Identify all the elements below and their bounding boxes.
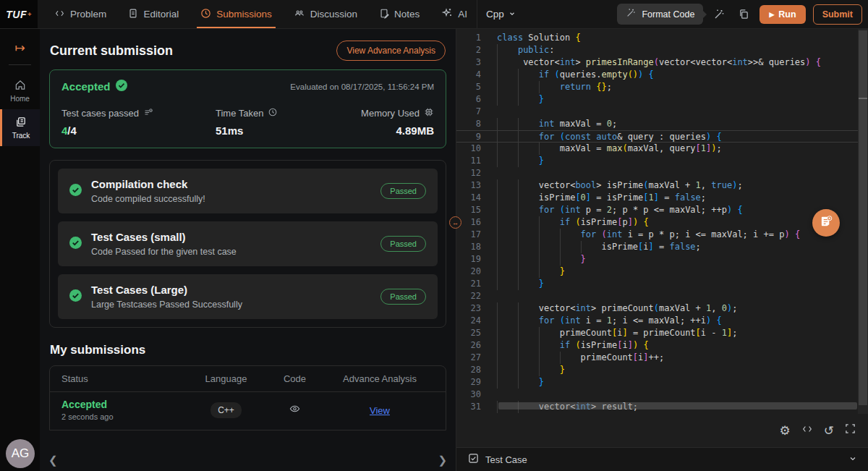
- copy-code-button[interactable]: [735, 6, 752, 23]
- editor-toolbar: ⚙ ↺: [456, 414, 868, 447]
- user-avatar[interactable]: AG: [6, 439, 35, 468]
- code-line[interactable]: 23 vector<int> primeCount(maxVal + 1, 0)…: [456, 302, 859, 315]
- sidebar-item-home[interactable]: Home: [0, 72, 40, 109]
- line-number: 4: [456, 69, 481, 81]
- horizontal-scrollbar[interactable]: [498, 402, 857, 410]
- view-advance-analysis-button[interactable]: View Advance Analysis: [336, 41, 446, 61]
- code-line[interactable]: 30: [456, 389, 859, 401]
- code-line[interactable]: 7: [456, 106, 859, 118]
- pager-next-button[interactable]: ❯: [435, 454, 450, 467]
- code-line[interactable]: 25 primeCount[i] = primeCount[i - 1];: [456, 327, 859, 339]
- editor-language-button[interactable]: [801, 423, 813, 438]
- code-line[interactable]: 26 if (isPrime[i]) {: [456, 339, 859, 352]
- code-line[interactable]: 1class Solution {: [456, 32, 859, 44]
- code-line[interactable]: 20 }: [456, 266, 859, 278]
- collapse-sidebar-button[interactable]: ↦: [0, 29, 40, 64]
- code-line[interactable]: 18 isPrime[i] = false;: [456, 241, 859, 253]
- line-content: vector<int> primeCount(maxVal + 1, 0);: [481, 302, 737, 315]
- row-status: Accepted: [61, 399, 188, 410]
- reset-code-button[interactable]: ↺: [824, 423, 834, 438]
- code-line[interactable]: 5 return {};: [456, 81, 859, 93]
- language-dropdown[interactable]: Cpp: [486, 9, 516, 20]
- code-line[interactable]: 2 public:: [456, 44, 859, 56]
- maps-to-icon: ↦: [14, 41, 25, 56]
- sparkle-icon: [441, 7, 453, 21]
- notes-fab-button[interactable]: [812, 209, 840, 237]
- pager-prev-button[interactable]: ❮: [46, 454, 61, 467]
- line-content: for (int p = 2; p * p <= maxVal; ++p) {: [481, 204, 743, 216]
- editor-settings-button[interactable]: ⚙: [780, 423, 791, 438]
- line-number: 26: [456, 339, 481, 352]
- line-number: 15: [456, 204, 481, 216]
- code-line[interactable]: 19 }: [456, 253, 859, 266]
- memory-icon: [424, 107, 434, 119]
- line-number: 3: [456, 56, 481, 69]
- code-line[interactable]: 4 if (queries.empty()) {: [456, 69, 859, 81]
- run-button[interactable]: ▶ Run: [760, 5, 805, 24]
- code-line[interactable]: 8 int maxVal = 0;: [456, 118, 859, 130]
- code-line[interactable]: 17 for (int i = p * p; i <= maxVal; i +=…: [456, 229, 859, 241]
- vertical-scrollbar[interactable]: [858, 29, 868, 414]
- submit-button[interactable]: Submit: [813, 4, 862, 25]
- code-line[interactable]: 10 maxVal = max(maxVal, query[1]);: [456, 143, 859, 155]
- line-number: 6: [456, 93, 481, 106]
- tab-submissions[interactable]: Submissions: [191, 0, 281, 28]
- check-card: Test Cases (Large)Large Testcases Passed…: [58, 274, 438, 319]
- code-line[interactable]: 13 vector<bool> isPrime(maxVal + 1, true…: [456, 179, 859, 192]
- tab-editorial[interactable]: Editorial: [119, 0, 188, 28]
- stat-value: 51ms: [216, 124, 243, 137]
- sidebar-item-track[interactable]: Track: [0, 109, 40, 146]
- code-line[interactable]: 24 for (int i = 1; i <= maxVal; ++i) {: [456, 315, 859, 327]
- submission-panel: Current submission View Advance Analysis…: [40, 29, 456, 471]
- tuf-logo[interactable]: TUF+: [0, 0, 38, 28]
- panel-resize-handle[interactable]: ↔: [449, 216, 461, 229]
- tab-notes[interactable]: Notes: [370, 0, 429, 28]
- code-line[interactable]: 29 }: [456, 376, 859, 389]
- code-line[interactable]: 28 }: [456, 364, 859, 376]
- code-line[interactable]: 21 }: [456, 278, 859, 290]
- code-line[interactable]: 11 }: [456, 155, 859, 167]
- format-wand-button[interactable]: [710, 6, 728, 23]
- view-analysis-link[interactable]: View: [370, 405, 390, 416]
- fullscreen-icon: [845, 423, 856, 438]
- check-description: Code compiled successfully!: [91, 194, 380, 204]
- code-line[interactable]: 27 primeCount[i]++;: [456, 352, 859, 364]
- language-badge: C++: [210, 402, 242, 418]
- chevron-down-icon[interactable]: [848, 453, 857, 466]
- tab-problem[interactable]: Problem: [45, 0, 116, 28]
- timer-icon: [268, 107, 278, 119]
- line-content: primeCount[i]++;: [481, 352, 664, 364]
- code-line[interactable]: 14 isPrime[0] = isPrime[1] = false;: [456, 192, 859, 204]
- code-line[interactable]: 6 }: [456, 93, 859, 106]
- code-area[interactable]: 1class Solution {2 public:3 vector<int> …: [456, 29, 859, 414]
- code-line[interactable]: 9 for (const auto& query : queries) {: [456, 130, 859, 143]
- table-row: Accepted2 seconds agoC++View: [50, 392, 446, 430]
- eye-icon[interactable]: [289, 404, 301, 416]
- code-line[interactable]: 12: [456, 167, 859, 179]
- check-card: Test Cases (small)Code Passed for the gi…: [58, 221, 438, 266]
- check-title: Compilation check: [91, 178, 380, 190]
- test-case-bar[interactable]: Test Case: [456, 447, 868, 471]
- code-line[interactable]: 3 vector<int> primesInRange(vector<vecto…: [456, 56, 859, 69]
- tab-ai[interactable]: AI: [432, 0, 477, 28]
- line-content: }: [481, 266, 565, 278]
- stat-testcases: Test cases passed4/4: [61, 106, 171, 137]
- line-number: 17: [456, 229, 481, 241]
- fullscreen-button[interactable]: [845, 423, 856, 438]
- line-content: if (isPrime[i]) {: [481, 339, 649, 352]
- line-number: 21: [456, 278, 481, 290]
- tab-discussion[interactable]: Discussion: [284, 0, 367, 28]
- code-editor[interactable]: 1class Solution {2 public:3 vector<int> …: [456, 29, 868, 471]
- code-line[interactable]: 16 if (isPrime[p]) {: [456, 216, 859, 229]
- code-line[interactable]: 22: [456, 290, 859, 302]
- line-content: }: [481, 278, 544, 290]
- format-code-tooltip[interactable]: Format Code: [617, 4, 703, 25]
- line-number: 20: [456, 266, 481, 278]
- stat-label: Memory Used: [361, 108, 420, 119]
- check-cards: Compilation checkCode compiled successfu…: [49, 160, 446, 328]
- line-content: [481, 290, 497, 302]
- code-line[interactable]: 15 for (int p = 2; p * p <= maxVal; ++p)…: [456, 204, 859, 216]
- logo-accent: +: [27, 11, 32, 18]
- rail-divider: [9, 64, 31, 65]
- sidebar-item-label: Track: [12, 132, 30, 140]
